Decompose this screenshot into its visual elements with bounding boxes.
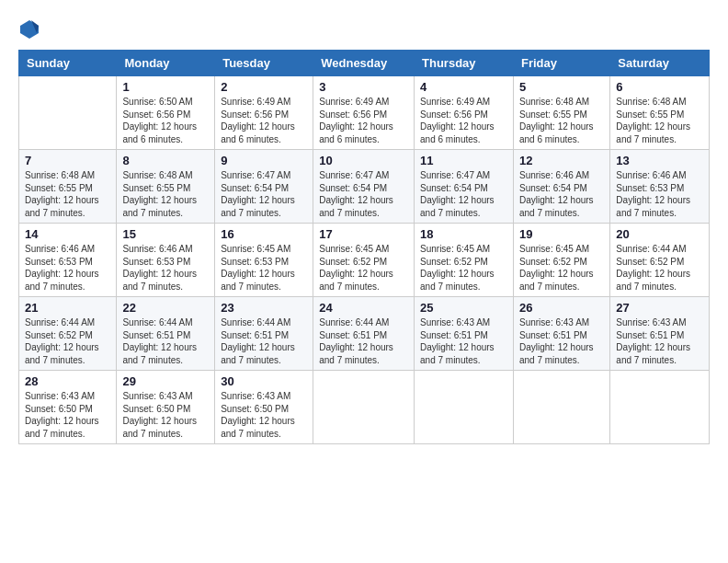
day-number: 20	[616, 227, 703, 241]
calendar-cell: 26Sunrise: 6:43 AMSunset: 6:51 PMDayligh…	[513, 297, 609, 371]
logo	[18, 18, 44, 40]
calendar-cell	[19, 76, 117, 150]
day-number: 17	[319, 227, 408, 241]
calendar-cell: 14Sunrise: 6:46 AMSunset: 6:53 PMDayligh…	[19, 224, 117, 297]
day-info: Sunrise: 6:48 AMSunset: 6:55 PMDaylight:…	[616, 96, 703, 145]
day-number: 9	[221, 154, 307, 167]
day-number: 4	[420, 80, 507, 94]
calendar-week-row: 21Sunrise: 6:44 AMSunset: 6:52 PMDayligh…	[19, 297, 710, 371]
header-saturday: Saturday	[610, 51, 710, 76]
calendar-cell: 11Sunrise: 6:47 AMSunset: 6:54 PMDayligh…	[415, 150, 514, 224]
day-info: Sunrise: 6:43 AMSunset: 6:50 PMDaylight:…	[122, 390, 209, 440]
day-info: Sunrise: 6:45 AMSunset: 6:52 PMDaylight:…	[519, 243, 604, 293]
calendar-table: SundayMondayTuesdayWednesdayThursdayFrid…	[18, 50, 710, 444]
calendar-cell: 7Sunrise: 6:48 AMSunset: 6:55 PMDaylight…	[19, 150, 117, 224]
day-info: Sunrise: 6:44 AMSunset: 6:51 PMDaylight:…	[122, 316, 209, 366]
day-info: Sunrise: 6:43 AMSunset: 6:51 PMDaylight:…	[519, 316, 604, 366]
calendar-cell: 27Sunrise: 6:43 AMSunset: 6:51 PMDayligh…	[610, 297, 710, 371]
day-info: Sunrise: 6:49 AMSunset: 6:56 PMDaylight:…	[221, 96, 307, 145]
header-monday: Monday	[117, 51, 215, 76]
calendar-week-row: 28Sunrise: 6:43 AMSunset: 6:50 PMDayligh…	[19, 371, 710, 444]
day-number: 3	[319, 80, 408, 94]
day-number: 13	[616, 154, 703, 167]
calendar-cell: 12Sunrise: 6:46 AMSunset: 6:54 PMDayligh…	[513, 150, 609, 224]
calendar-cell: 19Sunrise: 6:45 AMSunset: 6:52 PMDayligh…	[513, 224, 609, 297]
day-number: 16	[221, 227, 307, 241]
calendar-cell: 1Sunrise: 6:50 AMSunset: 6:56 PMDaylight…	[117, 76, 215, 150]
calendar-cell	[313, 371, 415, 444]
calendar-cell: 15Sunrise: 6:46 AMSunset: 6:53 PMDayligh…	[117, 224, 215, 297]
day-number: 23	[221, 301, 307, 315]
day-number: 11	[420, 154, 507, 167]
calendar-cell: 10Sunrise: 6:47 AMSunset: 6:54 PMDayligh…	[313, 150, 415, 224]
day-info: Sunrise: 6:44 AMSunset: 6:51 PMDaylight:…	[319, 316, 408, 366]
calendar-week-row: 7Sunrise: 6:48 AMSunset: 6:55 PMDaylight…	[19, 150, 710, 224]
day-number: 18	[420, 227, 507, 241]
day-info: Sunrise: 6:45 AMSunset: 6:52 PMDaylight:…	[420, 243, 507, 293]
day-number: 25	[420, 301, 507, 315]
calendar-cell: 29Sunrise: 6:43 AMSunset: 6:50 PMDayligh…	[117, 371, 215, 444]
calendar-cell: 21Sunrise: 6:44 AMSunset: 6:52 PMDayligh…	[19, 297, 117, 371]
calendar-cell: 13Sunrise: 6:46 AMSunset: 6:53 PMDayligh…	[610, 150, 710, 224]
day-number: 5	[519, 80, 604, 94]
calendar-week-row: 14Sunrise: 6:46 AMSunset: 6:53 PMDayligh…	[19, 224, 710, 297]
day-info: Sunrise: 6:46 AMSunset: 6:54 PMDaylight:…	[519, 169, 604, 219]
day-number: 12	[519, 154, 604, 167]
day-number: 30	[221, 374, 307, 388]
day-info: Sunrise: 6:45 AMSunset: 6:53 PMDaylight:…	[221, 243, 307, 293]
calendar-cell	[513, 371, 609, 444]
day-number: 1	[122, 80, 209, 94]
calendar-cell: 18Sunrise: 6:45 AMSunset: 6:52 PMDayligh…	[415, 224, 514, 297]
calendar-cell: 6Sunrise: 6:48 AMSunset: 6:55 PMDaylight…	[610, 76, 710, 150]
day-info: Sunrise: 6:48 AMSunset: 6:55 PMDaylight:…	[519, 96, 604, 145]
day-number: 29	[122, 374, 209, 388]
day-number: 7	[25, 154, 110, 167]
day-info: Sunrise: 6:44 AMSunset: 6:52 PMDaylight:…	[616, 243, 703, 293]
calendar-cell: 5Sunrise: 6:48 AMSunset: 6:55 PMDaylight…	[513, 76, 609, 150]
calendar-cell	[610, 371, 710, 444]
calendar-cell: 8Sunrise: 6:48 AMSunset: 6:55 PMDaylight…	[117, 150, 215, 224]
calendar-cell: 4Sunrise: 6:49 AMSunset: 6:56 PMDaylight…	[415, 76, 514, 150]
calendar-cell: 22Sunrise: 6:44 AMSunset: 6:51 PMDayligh…	[117, 297, 215, 371]
day-info: Sunrise: 6:44 AMSunset: 6:51 PMDaylight:…	[221, 316, 307, 366]
calendar-header-row: SundayMondayTuesdayWednesdayThursdayFrid…	[19, 51, 710, 76]
calendar-cell: 28Sunrise: 6:43 AMSunset: 6:50 PMDayligh…	[19, 371, 117, 444]
day-info: Sunrise: 6:47 AMSunset: 6:54 PMDaylight:…	[420, 169, 507, 219]
day-number: 6	[616, 80, 703, 94]
calendar-cell: 30Sunrise: 6:43 AMSunset: 6:50 PMDayligh…	[215, 371, 313, 444]
day-info: Sunrise: 6:47 AMSunset: 6:54 PMDaylight:…	[221, 169, 307, 219]
page-header	[18, 18, 710, 40]
day-number: 26	[519, 301, 604, 315]
calendar-cell: 16Sunrise: 6:45 AMSunset: 6:53 PMDayligh…	[215, 224, 313, 297]
calendar-cell: 24Sunrise: 6:44 AMSunset: 6:51 PMDayligh…	[313, 297, 415, 371]
day-info: Sunrise: 6:50 AMSunset: 6:56 PMDaylight:…	[122, 96, 209, 145]
calendar-cell: 17Sunrise: 6:45 AMSunset: 6:52 PMDayligh…	[313, 224, 415, 297]
logo-icon	[18, 18, 40, 40]
day-number: 2	[221, 80, 307, 94]
header-wednesday: Wednesday	[313, 51, 415, 76]
header-friday: Friday	[513, 51, 609, 76]
day-number: 10	[319, 154, 408, 167]
calendar-cell: 23Sunrise: 6:44 AMSunset: 6:51 PMDayligh…	[215, 297, 313, 371]
calendar-week-row: 1Sunrise: 6:50 AMSunset: 6:56 PMDaylight…	[19, 76, 710, 150]
day-number: 8	[122, 154, 209, 167]
day-info: Sunrise: 6:48 AMSunset: 6:55 PMDaylight:…	[122, 169, 209, 219]
day-number: 21	[25, 301, 110, 315]
day-info: Sunrise: 6:49 AMSunset: 6:56 PMDaylight:…	[319, 96, 408, 145]
calendar-cell: 2Sunrise: 6:49 AMSunset: 6:56 PMDaylight…	[215, 76, 313, 150]
day-number: 19	[519, 227, 604, 241]
day-info: Sunrise: 6:43 AMSunset: 6:51 PMDaylight:…	[616, 316, 703, 366]
calendar-cell: 9Sunrise: 6:47 AMSunset: 6:54 PMDaylight…	[215, 150, 313, 224]
day-info: Sunrise: 6:43 AMSunset: 6:51 PMDaylight:…	[420, 316, 507, 366]
day-number: 14	[25, 227, 110, 241]
calendar-cell: 25Sunrise: 6:43 AMSunset: 6:51 PMDayligh…	[415, 297, 514, 371]
day-info: Sunrise: 6:46 AMSunset: 6:53 PMDaylight:…	[616, 169, 703, 219]
day-info: Sunrise: 6:44 AMSunset: 6:52 PMDaylight:…	[25, 316, 110, 366]
calendar-cell: 3Sunrise: 6:49 AMSunset: 6:56 PMDaylight…	[313, 76, 415, 150]
day-info: Sunrise: 6:46 AMSunset: 6:53 PMDaylight:…	[25, 243, 110, 293]
day-number: 22	[122, 301, 209, 315]
day-number: 27	[616, 301, 703, 315]
calendar-cell	[415, 371, 514, 444]
header-thursday: Thursday	[415, 51, 514, 76]
header-sunday: Sunday	[19, 51, 117, 76]
